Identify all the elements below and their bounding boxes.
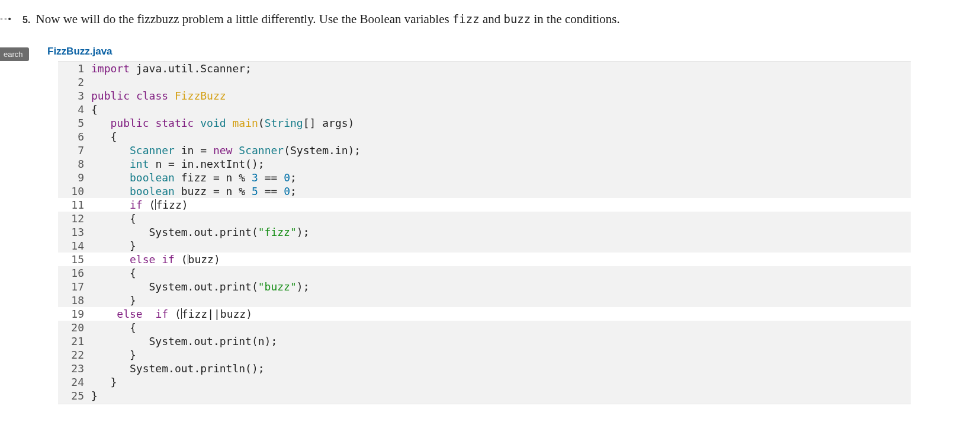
token-pun xyxy=(91,117,111,129)
code-line[interactable]: 24 } xyxy=(58,375,911,389)
token-pun: fizz) xyxy=(156,199,188,211)
code-line[interactable]: 3public class FizzBuzz xyxy=(58,89,911,103)
code-content[interactable]: boolean buzz = n % 5 == 0; xyxy=(91,184,297,198)
code-content[interactable]: else if (fizz||buzz) xyxy=(91,307,252,321)
code-content[interactable]: public class FizzBuzz xyxy=(91,89,226,103)
token-kw: public xyxy=(111,117,149,129)
code-content[interactable]: else if (buzz) xyxy=(91,253,220,266)
code-content[interactable]: { xyxy=(91,266,136,280)
token-pun: { xyxy=(91,267,136,279)
line-number: 1 xyxy=(58,62,91,75)
code-content[interactable]: } xyxy=(91,293,136,307)
line-number: 5 xyxy=(58,116,91,130)
code-line[interactable]: 19 else if (fizz||buzz) xyxy=(58,307,911,321)
token-pun xyxy=(91,171,130,184)
token-pun xyxy=(226,117,233,129)
token-typ: boolean xyxy=(130,171,175,184)
token-kw: class xyxy=(136,90,168,102)
page: ••• 5. Now we will do the fizzbuzz probl… xyxy=(0,0,980,404)
code-line[interactable]: 18 } xyxy=(58,293,911,307)
token-pun: System.out.print( xyxy=(91,280,258,293)
code-line[interactable]: 6 { xyxy=(58,130,911,143)
code-line[interactable]: 8 int n = in.nextInt(); xyxy=(58,157,911,171)
token-pun xyxy=(130,90,136,102)
code-content[interactable]: if (fizz) xyxy=(91,198,188,212)
code-content[interactable]: Scanner in = new Scanner(System.in); xyxy=(91,143,361,157)
token-fn: FizzBuzz xyxy=(175,90,226,102)
token-pun: } xyxy=(91,376,117,388)
prompt-code-buzz: buzz xyxy=(503,12,531,25)
code-content[interactable]: } xyxy=(91,348,136,362)
code-content[interactable]: System.out.println(); xyxy=(91,362,265,375)
code-content[interactable]: { xyxy=(91,212,136,225)
code-line[interactable]: 4{ xyxy=(58,103,911,116)
token-pun: { xyxy=(91,103,98,116)
code-line[interactable]: 16 { xyxy=(58,266,911,280)
code-content[interactable]: } xyxy=(91,375,117,389)
code-content[interactable]: public static void main(String[] args) xyxy=(91,116,354,130)
token-pun: java.util.Scanner; xyxy=(130,62,252,75)
token-str: "fizz" xyxy=(258,226,297,238)
code-line[interactable]: 2 xyxy=(58,75,911,89)
code-editor[interactable]: 1import java.util.Scanner;23public class… xyxy=(58,61,911,404)
token-kw: static xyxy=(155,117,194,129)
token-pun: buzz) xyxy=(220,308,252,320)
token-pun: { xyxy=(91,130,117,143)
problem-prompt: 5. Now we will do the fizzbuzz problem a… xyxy=(23,11,980,28)
code-line[interactable]: 15 else if (buzz) xyxy=(58,253,911,266)
token-pun: ; xyxy=(290,185,297,197)
token-kw: if xyxy=(130,199,143,211)
search-tab[interactable]: earch xyxy=(0,47,29,61)
code-line[interactable]: 7 Scanner in = new Scanner(System.in); xyxy=(58,143,911,157)
code-line[interactable]: 23 System.out.println(); xyxy=(58,362,911,375)
code-line[interactable]: 22 } xyxy=(58,348,911,362)
token-pun: n xyxy=(220,171,239,184)
code-line[interactable]: 10 boolean buzz = n % 5 == 0; xyxy=(58,184,911,198)
filename-label[interactable]: FizzBuzz.java xyxy=(47,46,113,57)
token-pun xyxy=(245,185,252,197)
code-line[interactable]: 5 public static void main(String[] args) xyxy=(58,116,911,130)
code-line[interactable]: 21 System.out.print(n); xyxy=(58,334,911,348)
token-pun: ( xyxy=(175,253,188,266)
token-pun xyxy=(194,117,200,129)
token-pun: (System.in); xyxy=(284,144,361,156)
token-op: = xyxy=(213,171,220,184)
code-content[interactable]: { xyxy=(91,130,117,143)
token-typ: int xyxy=(130,158,149,170)
code-line[interactable]: 20 { xyxy=(58,321,911,334)
line-number: 23 xyxy=(58,362,91,375)
code-line[interactable]: 11 if (fizz) xyxy=(58,198,911,212)
token-pun xyxy=(258,171,265,184)
token-typ: Scanner xyxy=(239,144,284,156)
token-pun xyxy=(143,308,156,320)
code-content[interactable]: { xyxy=(91,321,136,334)
code-content[interactable]: } xyxy=(91,389,98,403)
code-line[interactable]: 9 boolean fizz = n % 3 == 0; xyxy=(58,171,911,184)
code-content[interactable]: System.out.print("buzz"); xyxy=(91,280,309,293)
code-line[interactable]: 1import java.util.Scanner; xyxy=(58,62,911,75)
code-content[interactable]: System.out.print("fizz"); xyxy=(91,225,309,239)
code-content[interactable]: } xyxy=(91,239,136,253)
code-line[interactable]: 12 { xyxy=(58,212,911,225)
token-num: 0 xyxy=(284,185,290,197)
token-num: 5 xyxy=(252,185,258,197)
token-kw: import xyxy=(91,62,130,75)
code-content[interactable]: boolean fizz = n % 3 == 0; xyxy=(91,171,297,184)
token-pun: ( xyxy=(168,308,181,320)
token-str: "buzz" xyxy=(258,280,297,293)
code-content[interactable]: import java.util.Scanner; xyxy=(91,62,252,75)
prompt-text-part1: Now we will do the fizzbuzz problem a li… xyxy=(36,12,452,26)
code-line[interactable]: 25} xyxy=(58,389,911,403)
token-pun: } xyxy=(91,349,136,361)
line-number: 3 xyxy=(58,89,91,103)
token-pun xyxy=(91,308,117,320)
code-line[interactable]: 13 System.out.print("fizz"); xyxy=(58,225,911,239)
token-pun xyxy=(91,199,130,211)
code-line[interactable]: 14 } xyxy=(58,239,911,253)
code-content[interactable]: System.out.print(n); xyxy=(91,334,277,348)
code-line[interactable]: 17 System.out.print("buzz"); xyxy=(58,280,911,293)
code-content[interactable]: { xyxy=(91,103,98,116)
token-pun xyxy=(91,185,130,197)
token-typ: void xyxy=(200,117,226,129)
code-content[interactable]: int n = in.nextInt(); xyxy=(91,157,265,171)
